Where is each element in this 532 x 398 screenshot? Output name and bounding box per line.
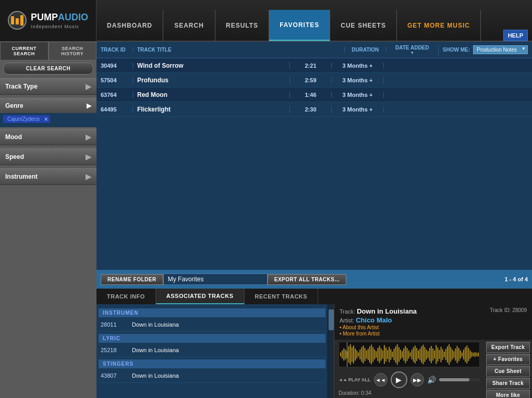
svg-rect-61 xyxy=(432,349,433,361)
artist-label: Artist: xyxy=(340,317,354,324)
svg-rect-65 xyxy=(439,350,440,359)
svg-rect-63 xyxy=(436,345,437,364)
svg-rect-22 xyxy=(369,346,370,363)
duration-display: Duration: 0:34 xyxy=(334,390,484,398)
assoc-category: STINGERS xyxy=(99,359,325,368)
filter-track-type[interactable]: Track Type ▶ xyxy=(0,78,96,95)
svg-rect-24 xyxy=(372,347,373,362)
share-track-button[interactable]: Share Track xyxy=(486,378,530,389)
svg-rect-58 xyxy=(428,351,429,358)
table-row[interactable]: 64495 Flickerlight 2:30 3 Months + xyxy=(96,102,532,117)
svg-rect-12 xyxy=(353,345,354,363)
player-artist-name: Chico Malo xyxy=(356,316,392,324)
filter-track-type-arrow: ▶ xyxy=(86,82,91,91)
svg-rect-35 xyxy=(390,349,391,359)
table-row[interactable]: 30494 Wind of Sorrow 2:21 3 Months + xyxy=(96,58,532,73)
filter-speed-label: Speed xyxy=(5,153,24,160)
play-button[interactable]: ▶ xyxy=(391,371,407,388)
genre-tag[interactable]: Cajun/Zydeco × xyxy=(3,115,50,123)
track-detail-header: Track: Down in Louisiana Track ID: 28009… xyxy=(334,304,532,340)
bottom-tab-associated-tracks[interactable]: ASSOCIATED TRACKS xyxy=(156,289,245,304)
svg-rect-36 xyxy=(392,352,393,357)
bottom-tab-track-info[interactable]: TRACK INFO xyxy=(96,289,156,304)
svg-rect-56 xyxy=(424,347,425,362)
more-from-artist-link[interactable]: • More from Artist xyxy=(340,331,527,337)
logo-subtitle: Independent Music xyxy=(31,24,88,29)
bottom-content: INSTRUMEN 28011 Down in Louisiana LYRIC … xyxy=(96,304,532,398)
svg-rect-43 xyxy=(403,349,404,361)
track-action-buttons: Export Track + Favorites Cue Sheet Share… xyxy=(484,340,532,398)
svg-rect-84 xyxy=(469,351,470,359)
svg-rect-33 xyxy=(387,350,388,359)
svg-rect-86 xyxy=(473,353,474,356)
table-header: TRACK ID TRACK TITLE DURATION DATE ADDED… xyxy=(96,42,532,58)
assoc-track-row[interactable]: 28011 Down in Louisiana xyxy=(99,317,325,332)
prev-button[interactable]: ◄◄ xyxy=(374,373,388,387)
nav-tab-cue-sheets[interactable]: CUE SHEETS xyxy=(330,10,397,41)
svg-rect-89 xyxy=(478,353,479,357)
assoc-track-row[interactable]: 25218 Down in Louisiana xyxy=(99,343,325,357)
svg-rect-57 xyxy=(426,350,427,359)
search-history-tab[interactable]: SEARCH HISTORY xyxy=(49,42,97,60)
help-button[interactable]: HELP xyxy=(503,30,528,41)
nav-tab-search[interactable]: SEARCH xyxy=(163,10,215,41)
cell-track-id: 30494 xyxy=(96,63,133,69)
cell-duration: 2:59 xyxy=(290,77,332,83)
filter-speed[interactable]: Speed ▶ xyxy=(0,148,96,165)
track-info-right: Track: Down in Louisiana Track ID: 28009… xyxy=(334,304,532,398)
filter-track-type-label: Track Type xyxy=(5,83,38,90)
col-header-duration: DURATION xyxy=(345,47,386,53)
current-search-tab[interactable]: CURRENT SEARCH xyxy=(0,42,49,60)
clear-search-button[interactable]: CLEAR SEARCH xyxy=(3,63,93,74)
assoc-track-row[interactable]: 43807 Down in Louisiana xyxy=(99,368,325,383)
next-button[interactable]: ▶▶ xyxy=(410,373,424,387)
associated-tracks-list: INSTRUMEN 28011 Down in Louisiana LYRIC … xyxy=(96,304,328,398)
table-row[interactable]: 63764 Red Moon 1:46 3 Months + xyxy=(96,88,532,102)
svg-rect-50 xyxy=(415,345,416,363)
assoc-track-title: Down in Louisiana xyxy=(132,372,179,379)
export-all-tracks-button[interactable]: EXPORT ALL TRACKS... xyxy=(268,274,347,285)
svg-rect-19 xyxy=(365,348,366,361)
svg-rect-78 xyxy=(460,351,461,359)
rename-folder-button[interactable]: RENAME FOLDER xyxy=(101,274,163,285)
add-favorites-button[interactable]: + Favorites xyxy=(486,354,530,365)
svg-rect-45 xyxy=(406,348,407,361)
filter-genre-arrow: ▶ xyxy=(87,102,91,109)
svg-rect-85 xyxy=(471,352,472,357)
volume-icon[interactable]: 🔊 xyxy=(427,376,436,384)
filter-genre[interactable]: Genre ▶ xyxy=(0,98,96,113)
folder-name-input[interactable] xyxy=(163,273,268,285)
table-row[interactable]: 57504 Profundus 2:59 3 Months + xyxy=(96,73,532,88)
svg-rect-31 xyxy=(384,345,385,364)
filter-mood-arrow: ▶ xyxy=(86,133,91,141)
nav-tab-results[interactable]: RESULTS xyxy=(215,10,269,41)
about-artist-link[interactable]: • About this Artist xyxy=(340,325,527,330)
cell-duration: 2:30 xyxy=(290,106,332,113)
assoc-track-id: 28011 xyxy=(101,321,132,328)
cell-track-id: 57504 xyxy=(96,77,133,83)
svg-rect-6 xyxy=(343,349,344,361)
export-track-button[interactable]: Export Track xyxy=(486,342,530,353)
show-me-dropdown-wrap[interactable]: Production Notes xyxy=(473,45,528,54)
nav-tab-dashboard[interactable]: DASHBOARD xyxy=(96,10,163,41)
svg-rect-49 xyxy=(413,347,414,362)
show-me-dropdown[interactable]: Production Notes xyxy=(473,45,528,54)
filter-mood[interactable]: Mood ▶ xyxy=(0,129,96,145)
nav-tab-favorites[interactable]: FAVORITES xyxy=(269,10,330,41)
svg-rect-68 xyxy=(444,352,445,357)
show-me-label: SHOW ME: xyxy=(443,47,470,53)
bottom-tab-recent-tracks[interactable]: RECENT TRACKS xyxy=(245,289,319,304)
genre-tag-remove[interactable]: × xyxy=(44,116,48,123)
filter-mood-label: Mood xyxy=(5,133,22,141)
bottom-panel: TRACK INFO ASSOCIATED TRACKS RECENT TRAC… xyxy=(96,289,532,398)
svg-rect-7 xyxy=(345,350,346,359)
volume-bar[interactable] xyxy=(439,378,480,381)
col-header-date-added[interactable]: DATE ADDED ▼ xyxy=(386,45,439,55)
cue-sheet-button[interactable]: Cue Sheet xyxy=(486,366,530,377)
svg-rect-82 xyxy=(466,345,467,363)
play-all-button[interactable]: ◄◄ PLAY ALL xyxy=(338,377,371,382)
filter-instrument[interactable]: Instrument ▶ xyxy=(0,168,96,185)
assoc-tracks-scrollbar[interactable] xyxy=(328,304,334,398)
more-like-this-button[interactable]: More like this xyxy=(486,390,530,398)
nav-tab-get-more-music[interactable]: GET MORE MUSIC xyxy=(397,10,481,41)
